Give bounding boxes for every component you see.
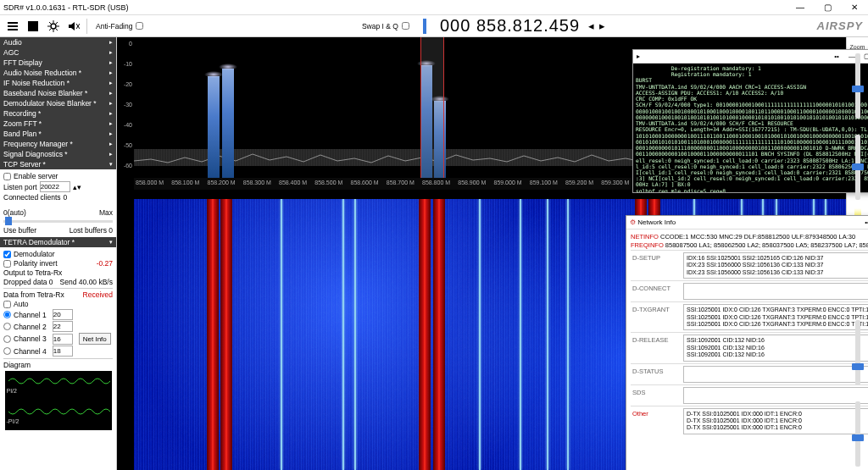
phase-diagram: PI/2 -PI/2 bbox=[5, 371, 112, 430]
netinfo-dots-icon[interactable]: •• bbox=[862, 218, 868, 226]
pi2-label: PI/2 bbox=[7, 388, 17, 394]
netinfo-text: CCODE:1 MCC:530 MNC:29 DLF:858812500 ULF… bbox=[660, 233, 855, 241]
maximize-button[interactable]: ▢ bbox=[817, 3, 837, 12]
panel-tcp-server[interactable]: TCP Server *▾ bbox=[0, 159, 116, 169]
panel-if-noise-reduction-[interactable]: IF Noise Reduction *▸ bbox=[0, 78, 116, 88]
netinfo-window: ⚙ Network Info••―▢✕ NETINFO CCODE:1 MCC:… bbox=[626, 215, 868, 470]
netinfo-row-label: D-STATUS bbox=[631, 364, 683, 384]
center-area: 0-10-20-30-40-50-60 858.000 M858.100 M85… bbox=[117, 37, 846, 470]
spectrum-yaxis: 0-10-20-30-40-50-60 bbox=[117, 37, 134, 176]
netinfo-row-box[interactable]: ▴▾ bbox=[683, 283, 868, 300]
channel4-radio[interactable] bbox=[3, 347, 11, 355]
range-slider[interactable] bbox=[855, 320, 860, 385]
netinfo-row-box[interactable]: ▴▾ bbox=[683, 366, 868, 383]
svg-point-1 bbox=[51, 24, 56, 29]
panel-band-plan-[interactable]: Band Plan *▸ bbox=[0, 129, 116, 139]
channel2-radio[interactable] bbox=[3, 323, 11, 330]
freqinfo-label: FREQINFO bbox=[631, 241, 664, 249]
netinfo-row-box[interactable]: SSI:1025001 IDX:0 CID:126 TXGRANT:3 TXPE… bbox=[683, 304, 868, 330]
netinfo-row-box[interactable]: SSI:1092001 CID:132 NID:16 SSI:1092001 C… bbox=[683, 335, 868, 361]
buffer-slider[interactable] bbox=[3, 220, 113, 223]
max-label: Max bbox=[99, 208, 113, 217]
netinfo-row-label: D-TXGRANT bbox=[631, 302, 683, 332]
mute-icon[interactable] bbox=[66, 19, 81, 34]
netinfo-row-box[interactable]: D-TX SSI:01025001 IDX:000 IDT:1 ENCR:0 D… bbox=[683, 408, 868, 434]
enable-server-checkbox[interactable] bbox=[3, 173, 11, 180]
dropped-label: Dropped data 0 bbox=[3, 278, 53, 286]
panel-recording-[interactable]: Recording *▸ bbox=[0, 108, 116, 119]
netinfo-row-d-txgrant: D-TXGRANTSSI:1025001 IDX:0 CID:126 TXGRA… bbox=[631, 301, 868, 332]
console-body[interactable]: De-registration mandatory: 1 Registratio… bbox=[633, 64, 868, 192]
zoom-slider[interactable] bbox=[855, 53, 860, 119]
offset-slider[interactable] bbox=[855, 401, 860, 467]
contrast-slider[interactable] bbox=[855, 135, 860, 200]
spinner-icon[interactable]: ▴▾ bbox=[73, 183, 81, 191]
console-max-icon[interactable]: ▢ bbox=[862, 53, 868, 60]
panel-agc[interactable]: AGC▸ bbox=[0, 47, 116, 58]
anti-fading-checkbox[interactable]: Anti-Fading bbox=[92, 20, 147, 32]
panel-signal-diagnostics-[interactable]: Signal Diagnostics *▸ bbox=[0, 149, 116, 159]
listen-port-input[interactable] bbox=[40, 181, 70, 192]
panel-audio-noise-reduction-[interactable]: Audio Noise Reduction *▸ bbox=[0, 68, 116, 78]
minimize-button[interactable]: ― bbox=[790, 3, 810, 12]
netinfo-row-label: D-SETUP bbox=[631, 251, 683, 280]
volume-indicator[interactable] bbox=[423, 19, 426, 34]
channel3-label: Channel 3 bbox=[14, 335, 47, 343]
svg-rect-0 bbox=[28, 21, 38, 31]
channel1-label: Channel 1 bbox=[14, 311, 47, 319]
auto-checkbox[interactable] bbox=[3, 301, 11, 308]
frequency-display[interactable]: 000 858.812.459 bbox=[440, 16, 580, 36]
panel-demodulator-noise-blanker-[interactable]: Demodulator Noise Blanker *▸ bbox=[0, 98, 116, 108]
netinfo-body: NETINFO CCODE:1 MCC:530 MNC:29 DLF:85881… bbox=[626, 229, 868, 470]
channel4-input[interactable] bbox=[53, 346, 73, 357]
channel1-radio[interactable] bbox=[3, 311, 11, 318]
close-button[interactable]: ✕ bbox=[844, 3, 865, 12]
console-dots-icon[interactable]: •• bbox=[832, 53, 842, 60]
netinfo-row-d-status: D-STATUS▴▾ bbox=[631, 363, 868, 384]
window-buttons: ― ▢ ✕ bbox=[790, 3, 865, 12]
netinfo-row-box[interactable]: ▴▾ bbox=[683, 387, 868, 404]
demodulator-checkbox[interactable] bbox=[3, 251, 11, 258]
panel-tetra[interactable]: TETRA Demodulator *▾ bbox=[0, 237, 116, 247]
freq-step-right-icon[interactable]: ▸ bbox=[599, 19, 605, 32]
gear-icon[interactable] bbox=[46, 19, 61, 34]
netinfo-header[interactable]: ⚙ Network Info••―▢✕ bbox=[626, 216, 868, 229]
panel-audio[interactable]: Audio▸ bbox=[0, 37, 116, 47]
netinfo-button[interactable]: Net Info bbox=[79, 333, 111, 345]
rate-label: Send 40.00 kB/s bbox=[60, 278, 113, 286]
menu-icon[interactable] bbox=[5, 19, 20, 34]
netinfo-icon: ⚙ bbox=[630, 218, 636, 226]
netinfo-row-label: Other bbox=[631, 406, 683, 436]
panel-baseband-noise-blanker-[interactable]: Baseband Noise Blanker *▸ bbox=[0, 88, 116, 98]
netinfo-row-label: SDS bbox=[631, 385, 683, 406]
channel3-input[interactable] bbox=[53, 334, 73, 345]
console-window: ▸••―▢✕ De-registration mandatory: 1 Regi… bbox=[632, 49, 868, 193]
clients-value: 0 bbox=[64, 193, 68, 202]
received-label: Received bbox=[83, 290, 113, 299]
panel-fft-display[interactable]: FFT Display▸ bbox=[0, 58, 116, 68]
panel-zoom-fft-[interactable]: Zoom FFT *▸ bbox=[0, 119, 116, 129]
neg-pi2-label: -PI/2 bbox=[7, 418, 19, 424]
stop-icon[interactable] bbox=[25, 19, 41, 34]
console-header[interactable]: ▸••―▢✕ bbox=[633, 50, 868, 64]
channel3-radio[interactable] bbox=[3, 335, 11, 343]
diagram-label: Diagram bbox=[3, 361, 31, 369]
window-title: SDR# v1.0.0.1631 - RTL-SDR (USB) bbox=[3, 3, 790, 12]
panel-frequency-manager-[interactable]: Frequency Manager *▸ bbox=[0, 139, 116, 149]
netinfo-row-label: D-CONNECT bbox=[631, 281, 683, 301]
use-buffer-label: Use buffer bbox=[3, 226, 36, 235]
polarity-checkbox[interactable] bbox=[3, 260, 11, 268]
console-icon: ▸ bbox=[637, 53, 640, 60]
netinfo-row-box[interactable]: IDX:16 SSI:1025001 SSI2:1025165 CID:126 … bbox=[683, 252, 868, 279]
output-label: Output to Tetra-Rx bbox=[3, 268, 62, 277]
left-sidebar: Audio▸AGC▸FFT Display▸Audio Noise Reduct… bbox=[0, 37, 117, 470]
swap-iq-checkbox[interactable]: Swap I & Q bbox=[359, 20, 413, 32]
netinfo-row-d-release: D-RELEASESSI:1092001 CID:132 NID:16 SSI:… bbox=[631, 332, 868, 362]
auto-label: Auto bbox=[14, 300, 29, 308]
freq-step-left-icon[interactable]: ◂ bbox=[588, 19, 594, 32]
netinfo-row-sds: SDS▴▾ bbox=[631, 384, 868, 406]
clients-label: Connected clients bbox=[3, 193, 61, 202]
enable-server-label: Enable server bbox=[14, 172, 58, 180]
channel2-input[interactable] bbox=[53, 321, 73, 332]
channel1-input[interactable] bbox=[53, 309, 73, 320]
